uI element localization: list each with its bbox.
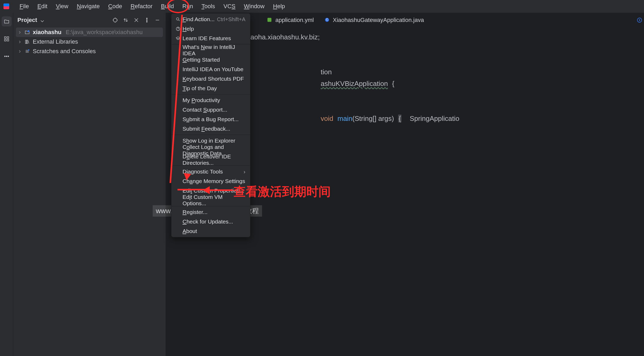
help-menu-item[interactable]: Diagnostic Tools› [171, 167, 250, 176]
menu-item-label: Getting Started [183, 57, 220, 63]
help-menu-item[interactable]: Submit Feedback... [171, 124, 250, 134]
menu-item-label: Check for Updates... [183, 218, 233, 225]
minimize-icon[interactable] [153, 16, 161, 24]
tool-project-icon[interactable] [2, 16, 12, 26]
java-class-icon: C [324, 17, 330, 23]
menu-refactor[interactable]: Refactor [126, 1, 157, 11]
help-menu-item[interactable]: Delete Leftover IDE Directories... [171, 155, 250, 165]
module-icon [24, 29, 30, 35]
search-icon [175, 17, 181, 22]
help-menu-item[interactable]: Register... [171, 207, 250, 217]
menu-item-label: Edit Custom Properties... [183, 188, 244, 194]
help-menu-item[interactable]: Check for Updates... [171, 217, 250, 226]
help-menu-item[interactable]: IntelliJ IDEA on YouTube [171, 65, 250, 74]
menu-file[interactable]: File [15, 1, 33, 11]
svg-rect-3 [7, 37, 8, 38]
tree-scratches[interactable]: › Scratches and Consoles [16, 47, 163, 56]
menu-item-label: Diagnostic Tools [183, 168, 223, 175]
menu-item-shortcut: Ctrl+Shift+A [217, 16, 245, 22]
sort-icon[interactable] [122, 16, 130, 24]
menu-run[interactable]: Run [178, 1, 197, 11]
collapse-icon[interactable] [132, 16, 140, 24]
svg-point-8 [8, 56, 8, 57]
help-menu-item[interactable]: What's New in IntelliJ IDEA [171, 45, 250, 55]
svg-point-16 [28, 49, 29, 51]
library-icon [24, 39, 30, 45]
svg-point-13 [28, 30, 30, 32]
svg-point-21 [176, 18, 179, 20]
chevron-right-icon: › [18, 48, 22, 55]
svg-rect-4 [4, 39, 6, 41]
project-title[interactable]: Project [17, 17, 37, 24]
svg-rect-5 [7, 39, 8, 41]
menu-item-label: Contact Support... [183, 107, 227, 113]
menu-build[interactable]: Build [157, 1, 178, 11]
svg-point-12 [146, 21, 147, 22]
menu-separator [171, 94, 250, 94]
chevron-right-icon: › [18, 38, 22, 45]
chevron-down-icon[interactable] [39, 18, 43, 22]
menu-item-label: Find Action... [183, 16, 214, 22]
menu-separator [171, 135, 250, 135]
help-menu-item[interactable]: Learn IDE Features [171, 34, 250, 43]
svg-rect-15 [27, 40, 27, 43]
help-menu-item[interactable]: Getting Started [171, 55, 250, 65]
menu-tools[interactable]: Tools [197, 1, 219, 11]
svg-point-7 [6, 56, 7, 57]
help-menu-item[interactable]: About [171, 226, 250, 236]
menu-item-label: Submit a Bug Report... [183, 116, 239, 122]
menu-edit[interactable]: Edit [33, 1, 52, 11]
app-logo-icon [2, 2, 11, 11]
help-menu-item[interactable]: Change Memory Settings [171, 176, 250, 186]
menu-item-label: Change Memory Settings [183, 178, 245, 184]
tab-gateway-app[interactable]: C XiaohashuGatewayApplication.java [319, 13, 429, 28]
help-dropdown: Find Action...Ctrl+Shift+AHelpLearn IDE … [171, 13, 250, 237]
tool-more-icon[interactable] [2, 51, 12, 61]
tree-root[interactable]: › xiaohashu E:\java_workspace\xiaohashu [16, 28, 163, 37]
help-menu-item[interactable]: Tip of the Day [171, 84, 250, 93]
menu-item-label: Learn IDE Features [183, 35, 231, 42]
svg-point-10 [146, 18, 147, 19]
menu-item-label: Edit Custom VM Options... [183, 194, 245, 207]
grad-icon [175, 36, 181, 41]
menu-window[interactable]: Window [240, 1, 269, 11]
svg-rect-1 [3, 3, 9, 6]
locate-icon[interactable] [111, 16, 119, 24]
tab-overflow-icon[interactable] [631, 13, 644, 28]
help-menu-item[interactable]: My Productivity [171, 95, 250, 105]
svg-rect-14 [25, 40, 26, 43]
project-tree: › xiaohashu E:\java_workspace\xiaohashu … [13, 28, 166, 56]
menu-item-label: Submit Feedback... [183, 126, 230, 132]
menu-item-label: Show Log in Explorer [183, 138, 235, 144]
menu-code[interactable]: Code [104, 1, 127, 11]
help-icon [175, 26, 181, 31]
more-vert-icon[interactable] [143, 16, 151, 24]
project-header: Project [13, 13, 166, 28]
svg-text:C: C [326, 18, 328, 21]
menu-bar: FileEditViewNavigateCodeRefactorBuildRun… [0, 0, 644, 13]
tree-node-label: External Libraries [33, 38, 78, 45]
help-menu-item[interactable]: Contact Support... [171, 105, 250, 115]
tree-root-name: xiaohashu [33, 29, 62, 36]
tool-structure-icon[interactable] [2, 34, 12, 44]
menu-item-label: About [183, 228, 197, 234]
menu-item-label: My Productivity [183, 97, 220, 103]
menu-item-label: Help [183, 26, 194, 32]
tab-application-yml[interactable]: application.yml [262, 13, 319, 28]
menu-vcs[interactable]: VCS [219, 1, 240, 11]
tab-label: application.yml [275, 17, 314, 24]
help-menu-item[interactable]: Keyboard Shortcuts PDF [171, 74, 250, 84]
help-menu-item[interactable]: Submit a Bug Report... [171, 115, 250, 124]
menu-navigate[interactable]: Navigate [73, 1, 104, 11]
chevron-right-icon: › [244, 168, 245, 175]
scratch-icon [24, 48, 30, 54]
menu-item-label: Keyboard Shortcuts PDF [183, 76, 244, 82]
menu-view[interactable]: View [52, 1, 72, 11]
svg-point-23 [178, 30, 178, 30]
svg-point-9 [113, 18, 117, 22]
help-menu-item[interactable]: Help [171, 24, 250, 34]
tree-external-libraries[interactable]: › External Libraries [16, 37, 163, 47]
help-menu-item[interactable]: Edit Custom VM Options... [171, 195, 250, 205]
menu-help[interactable]: Help [269, 1, 289, 11]
help-menu-item[interactable]: Find Action...Ctrl+Shift+A [171, 15, 250, 24]
